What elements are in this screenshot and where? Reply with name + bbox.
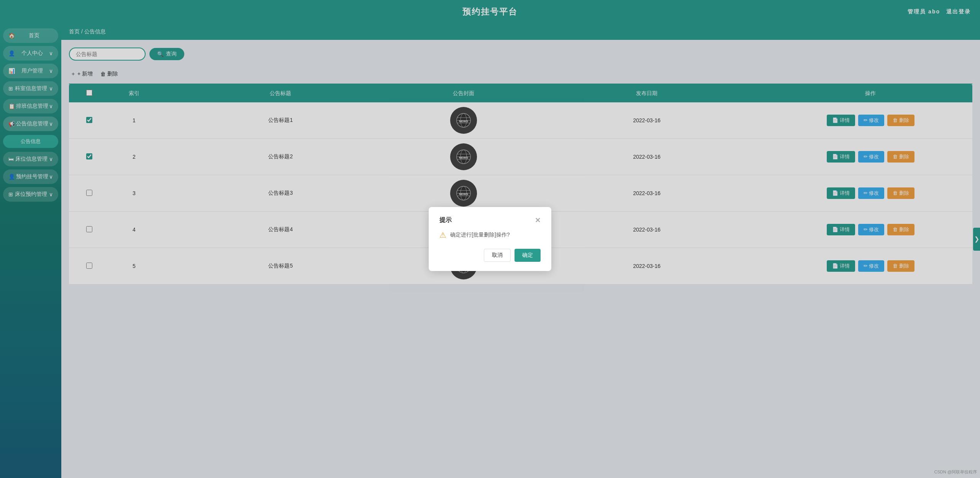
modal-cancel-button[interactable]: 取消 xyxy=(484,249,511,262)
modal-footer: 取消 确定 xyxy=(439,249,541,262)
modal-title: 提示 ✕ xyxy=(439,216,541,224)
warning-icon: ⚠ xyxy=(439,230,446,240)
modal-body: ⚠ 确定进行[批量删除]操作? xyxy=(439,230,541,240)
modal-confirm-button[interactable]: 确定 xyxy=(515,249,541,262)
modal-overlay: 提示 ✕ ⚠ 确定进行[批量删除]操作? 取消 确定 xyxy=(0,0,980,478)
confirm-modal: 提示 ✕ ⚠ 确定进行[批量删除]操作? 取消 确定 xyxy=(429,207,551,271)
modal-message: 确定进行[批量删除]操作? xyxy=(450,232,510,238)
modal-close-icon[interactable]: ✕ xyxy=(535,217,541,224)
